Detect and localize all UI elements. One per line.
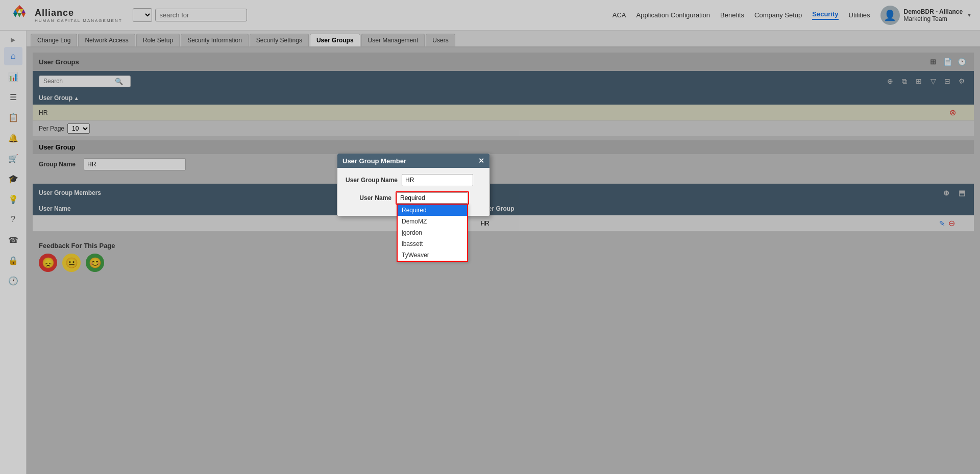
dropdown-item-tyweaver[interactable]: TyWeaver [398, 250, 467, 261]
modal-title-bar: User Group Member ✕ [337, 154, 489, 168]
modal-user-group-name-label: User Group Name [346, 177, 398, 184]
dropdown-item-required[interactable]: Required [398, 205, 467, 216]
modal-body: User Group Name User Name Required DemoM… [337, 168, 489, 216]
dropdown-item-lbassett[interactable]: lbassett [398, 238, 467, 250]
dropdown-list: Required DemoMZ jgordon lbassett TyWeave… [397, 204, 468, 262]
dropdown-item-jgordon[interactable]: jgordon [398, 227, 467, 238]
dropdown-item-demomz[interactable]: DemoMZ [398, 216, 467, 227]
modal-user-name-label: User Name [346, 194, 391, 202]
modal-title: User Group Member [342, 157, 406, 165]
modal-close-button[interactable]: ✕ [478, 157, 484, 165]
modal-user-group-name-input[interactable] [402, 174, 473, 186]
modal-user-name-select[interactable]: Required DemoMZ jgordon lbassett TyWeave… [397, 192, 468, 204]
modal-user-name-dropdown-wrapper: Required DemoMZ jgordon lbassett TyWeave… [396, 191, 469, 205]
modal-user-group-name-field: User Group Name [346, 174, 481, 186]
user-group-member-modal: User Group Member ✕ User Group Name User… [337, 153, 490, 216]
modal-user-name-field: User Name Required DemoMZ jgordon lbasse… [346, 191, 481, 205]
modal-overlay: User Group Member ✕ User Group Name User… [0, 0, 980, 474]
